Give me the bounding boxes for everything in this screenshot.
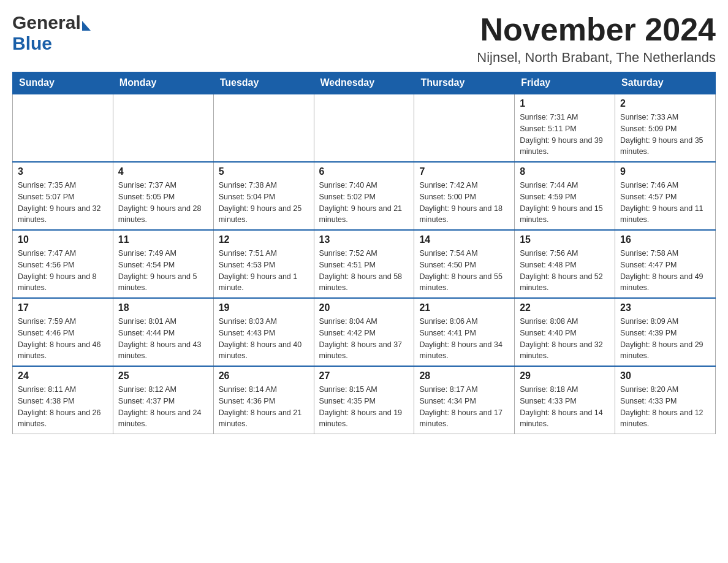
day-number: 17 xyxy=(18,302,108,313)
day-info: Sunrise: 8:17 AMSunset: 4:34 PMDaylight:… xyxy=(419,384,509,430)
day-number: 24 xyxy=(18,370,108,381)
calendar-cell: 5Sunrise: 7:38 AMSunset: 5:04 PMDaylight… xyxy=(213,162,314,230)
calendar-row-4: 24Sunrise: 8:11 AMSunset: 4:38 PMDayligh… xyxy=(13,366,716,434)
weekday-header-monday: Monday xyxy=(113,72,213,94)
calendar-cell: 7Sunrise: 7:42 AMSunset: 5:00 PMDaylight… xyxy=(414,162,515,230)
calendar-cell: 26Sunrise: 8:14 AMSunset: 4:36 PMDayligh… xyxy=(213,366,314,434)
day-info: Sunrise: 7:56 AMSunset: 4:48 PMDaylight:… xyxy=(520,248,610,294)
day-info: Sunrise: 8:12 AMSunset: 4:37 PMDaylight:… xyxy=(118,384,208,430)
day-number: 3 xyxy=(18,166,108,177)
day-number: 9 xyxy=(620,166,710,177)
day-info: Sunrise: 8:15 AMSunset: 4:35 PMDaylight:… xyxy=(319,384,409,430)
day-info: Sunrise: 7:59 AMSunset: 4:46 PMDaylight:… xyxy=(18,316,108,362)
logo-general-text: General xyxy=(12,12,81,33)
day-info: Sunrise: 7:47 AMSunset: 4:56 PMDaylight:… xyxy=(18,248,108,294)
calendar-cell xyxy=(314,94,414,162)
calendar-cell: 15Sunrise: 7:56 AMSunset: 4:48 PMDayligh… xyxy=(515,230,615,298)
location-title: Nijnsel, North Brabant, The Netherlands xyxy=(477,50,716,66)
calendar-cell: 14Sunrise: 7:54 AMSunset: 4:50 PMDayligh… xyxy=(414,230,515,298)
calendar-cell: 25Sunrise: 8:12 AMSunset: 4:37 PMDayligh… xyxy=(113,366,213,434)
day-number: 30 xyxy=(620,370,710,381)
day-number: 14 xyxy=(419,234,509,245)
day-info: Sunrise: 8:20 AMSunset: 4:33 PMDaylight:… xyxy=(620,384,710,430)
day-info: Sunrise: 8:01 AMSunset: 4:44 PMDaylight:… xyxy=(118,316,208,362)
calendar-row-3: 17Sunrise: 7:59 AMSunset: 4:46 PMDayligh… xyxy=(13,298,716,366)
day-number: 12 xyxy=(219,234,309,245)
calendar-cell: 20Sunrise: 8:04 AMSunset: 4:42 PMDayligh… xyxy=(314,298,414,366)
day-info: Sunrise: 8:03 AMSunset: 4:43 PMDaylight:… xyxy=(219,316,309,362)
calendar-cell: 28Sunrise: 8:17 AMSunset: 4:34 PMDayligh… xyxy=(414,366,515,434)
calendar-cell: 12Sunrise: 7:51 AMSunset: 4:53 PMDayligh… xyxy=(213,230,314,298)
day-info: Sunrise: 8:08 AMSunset: 4:40 PMDaylight:… xyxy=(520,316,610,362)
calendar-row-1: 3Sunrise: 7:35 AMSunset: 5:07 PMDaylight… xyxy=(13,162,716,230)
day-info: Sunrise: 8:14 AMSunset: 4:36 PMDaylight:… xyxy=(219,384,309,430)
calendar-cell: 16Sunrise: 7:58 AMSunset: 4:47 PMDayligh… xyxy=(615,230,716,298)
day-info: Sunrise: 8:18 AMSunset: 4:33 PMDaylight:… xyxy=(520,384,610,430)
day-number: 28 xyxy=(419,370,509,381)
day-number: 2 xyxy=(620,98,710,109)
calendar-cell: 4Sunrise: 7:37 AMSunset: 5:05 PMDaylight… xyxy=(113,162,213,230)
day-number: 18 xyxy=(118,302,208,313)
logo-blue-text: Blue xyxy=(12,33,91,54)
calendar-cell xyxy=(414,94,515,162)
calendar-cell xyxy=(113,94,213,162)
calendar-cell: 22Sunrise: 8:08 AMSunset: 4:40 PMDayligh… xyxy=(515,298,615,366)
day-number: 22 xyxy=(520,302,610,313)
day-number: 8 xyxy=(520,166,610,177)
day-number: 6 xyxy=(319,166,409,177)
month-title: November 2024 xyxy=(477,12,716,47)
weekday-header-thursday: Thursday xyxy=(414,72,515,94)
calendar-cell: 18Sunrise: 8:01 AMSunset: 4:44 PMDayligh… xyxy=(113,298,213,366)
calendar-cell: 8Sunrise: 7:44 AMSunset: 4:59 PMDaylight… xyxy=(515,162,615,230)
logo-arrow-icon xyxy=(82,21,91,31)
day-info: Sunrise: 7:35 AMSunset: 5:07 PMDaylight:… xyxy=(18,180,108,226)
calendar-table: SundayMondayTuesdayWednesdayThursdayFrid… xyxy=(12,72,716,434)
day-info: Sunrise: 7:52 AMSunset: 4:51 PMDaylight:… xyxy=(319,248,409,294)
day-info: Sunrise: 7:49 AMSunset: 4:54 PMDaylight:… xyxy=(118,248,208,294)
day-number: 11 xyxy=(118,234,208,245)
calendar-cell: 13Sunrise: 7:52 AMSunset: 4:51 PMDayligh… xyxy=(314,230,414,298)
calendar-cell: 27Sunrise: 8:15 AMSunset: 4:35 PMDayligh… xyxy=(314,366,414,434)
day-info: Sunrise: 7:58 AMSunset: 4:47 PMDaylight:… xyxy=(620,248,710,294)
day-info: Sunrise: 7:51 AMSunset: 4:53 PMDaylight:… xyxy=(219,248,309,294)
calendar-cell: 9Sunrise: 7:46 AMSunset: 4:57 PMDaylight… xyxy=(615,162,716,230)
calendar-cell: 21Sunrise: 8:06 AMSunset: 4:41 PMDayligh… xyxy=(414,298,515,366)
day-number: 20 xyxy=(319,302,409,313)
day-info: Sunrise: 8:11 AMSunset: 4:38 PMDaylight:… xyxy=(18,384,108,430)
day-number: 19 xyxy=(219,302,309,313)
weekday-header-tuesday: Tuesday xyxy=(213,72,314,94)
day-number: 25 xyxy=(118,370,208,381)
calendar-row-2: 10Sunrise: 7:47 AMSunset: 4:56 PMDayligh… xyxy=(13,230,716,298)
calendar-cell: 3Sunrise: 7:35 AMSunset: 5:07 PMDaylight… xyxy=(13,162,113,230)
calendar-cell xyxy=(13,94,113,162)
day-info: Sunrise: 7:42 AMSunset: 5:00 PMDaylight:… xyxy=(419,180,509,226)
day-info: Sunrise: 8:04 AMSunset: 4:42 PMDaylight:… xyxy=(319,316,409,362)
calendar-cell: 19Sunrise: 8:03 AMSunset: 4:43 PMDayligh… xyxy=(213,298,314,366)
calendar-cell: 1Sunrise: 7:31 AMSunset: 5:11 PMDaylight… xyxy=(515,94,615,162)
calendar-cell xyxy=(213,94,314,162)
calendar-cell: 30Sunrise: 8:20 AMSunset: 4:33 PMDayligh… xyxy=(615,366,716,434)
day-number: 29 xyxy=(520,370,610,381)
day-number: 21 xyxy=(419,302,509,313)
day-info: Sunrise: 7:54 AMSunset: 4:50 PMDaylight:… xyxy=(419,248,509,294)
day-info: Sunrise: 7:33 AMSunset: 5:09 PMDaylight:… xyxy=(620,112,710,158)
day-number: 1 xyxy=(520,98,610,109)
calendar-cell: 29Sunrise: 8:18 AMSunset: 4:33 PMDayligh… xyxy=(515,366,615,434)
weekday-header-friday: Friday xyxy=(515,72,615,94)
day-info: Sunrise: 7:31 AMSunset: 5:11 PMDaylight:… xyxy=(520,112,610,158)
day-info: Sunrise: 7:38 AMSunset: 5:04 PMDaylight:… xyxy=(219,180,309,226)
day-number: 4 xyxy=(118,166,208,177)
day-number: 15 xyxy=(520,234,610,245)
day-number: 16 xyxy=(620,234,710,245)
calendar-row-0: 1Sunrise: 7:31 AMSunset: 5:11 PMDaylight… xyxy=(13,94,716,162)
weekday-header-row: SundayMondayTuesdayWednesdayThursdayFrid… xyxy=(13,72,716,94)
page-header: General Blue November 2024 Nijnsel, Nort… xyxy=(12,12,716,66)
day-number: 27 xyxy=(319,370,409,381)
calendar-cell: 17Sunrise: 7:59 AMSunset: 4:46 PMDayligh… xyxy=(13,298,113,366)
day-number: 13 xyxy=(319,234,409,245)
logo: General Blue xyxy=(12,12,91,54)
title-section: November 2024 Nijnsel, North Brabant, Th… xyxy=(477,12,716,66)
day-number: 23 xyxy=(620,302,710,313)
calendar-cell: 23Sunrise: 8:09 AMSunset: 4:39 PMDayligh… xyxy=(615,298,716,366)
day-number: 5 xyxy=(219,166,309,177)
